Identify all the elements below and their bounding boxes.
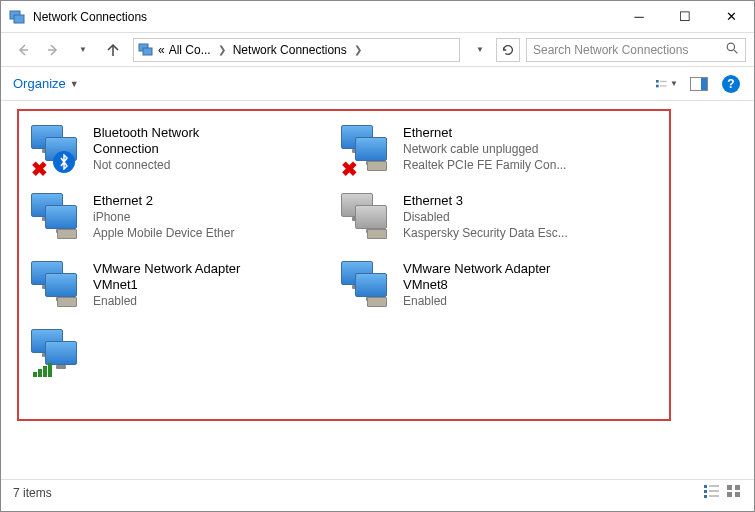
- svg-rect-6: [143, 48, 152, 55]
- network-adapter[interactable]: [27, 325, 337, 393]
- view-options-button[interactable]: ▼: [656, 73, 678, 95]
- svg-rect-10: [656, 84, 659, 87]
- adapter-icon: [31, 261, 87, 317]
- organize-label: Organize: [13, 76, 66, 91]
- details-view-button[interactable]: [704, 484, 720, 501]
- adapter-device: Realtek PCIe FE Family Con...: [403, 157, 643, 173]
- app-icon: [9, 9, 25, 25]
- recent-locations-button[interactable]: ▼: [69, 36, 97, 64]
- svg-rect-1: [14, 15, 24, 23]
- arrow-left-icon: [15, 42, 31, 58]
- adapter-text: Ethernet 2iPhoneApple Mobile Device Ethe…: [87, 193, 333, 253]
- adapter-text: Bluetooth NetworkConnectionNot connected: [87, 125, 333, 185]
- wifi-signal-icon: [33, 363, 52, 377]
- address-dropdown-button[interactable]: ▼: [466, 36, 494, 64]
- adapter-status: Disabled: [403, 209, 643, 225]
- network-adapter[interactable]: Ethernet 2iPhoneApple Mobile Device Ethe…: [27, 189, 337, 257]
- back-button[interactable]: [9, 36, 37, 64]
- preview-pane-icon: [690, 77, 708, 91]
- adapter-status: Enabled: [93, 293, 333, 309]
- svg-point-7: [727, 43, 734, 50]
- adapter-text: VMware Network AdapterVMnet8Enabled: [397, 261, 643, 321]
- adapter-text: VMware Network AdapterVMnet1Enabled: [87, 261, 333, 321]
- maximize-button[interactable]: ☐: [662, 1, 708, 33]
- adapter-text: EthernetNetwork cable unpluggedRealtek P…: [397, 125, 643, 185]
- address-bar[interactable]: « All Co... ❯ Network Connections ❯: [133, 38, 460, 62]
- large-icons-icon: [726, 484, 742, 498]
- toolbar: Organize ▼ ▼ ?: [1, 67, 754, 101]
- status-bar: 7 items: [1, 479, 754, 505]
- title-bar: Network Connections ─ ☐ ✕: [1, 1, 754, 33]
- nav-bar: ▼ « All Co... ❯ Network Connections ❯ ▼ …: [1, 33, 754, 67]
- svg-rect-17: [704, 495, 707, 498]
- search-icon: [726, 42, 739, 58]
- help-button[interactable]: ?: [720, 73, 742, 95]
- network-adapter[interactable]: Ethernet 3DisabledKaspersky Security Dat…: [337, 189, 647, 257]
- chevron-down-icon: ▼: [70, 79, 79, 89]
- adapter-name: VMware Network Adapter: [93, 261, 333, 277]
- adapter-status: Enabled: [403, 293, 643, 309]
- adapter-status: Not connected: [93, 157, 333, 173]
- refresh-button[interactable]: [496, 38, 520, 62]
- search-placeholder: Search Network Connections: [533, 43, 688, 57]
- up-button[interactable]: [99, 36, 127, 64]
- adapter-icon: ✖: [341, 125, 397, 181]
- details-view-icon: [704, 484, 720, 498]
- network-adapter[interactable]: ✖Bluetooth NetworkConnectionNot connecte…: [27, 121, 337, 189]
- organize-button[interactable]: Organize ▼: [13, 76, 79, 91]
- error-x-icon: ✖: [341, 157, 359, 175]
- svg-rect-22: [735, 492, 740, 497]
- adapter-name: Ethernet: [403, 125, 643, 141]
- adapter-text: [87, 329, 333, 389]
- adapter-name: Ethernet 2: [93, 193, 333, 209]
- chevron-right-icon[interactable]: ❯: [215, 44, 229, 55]
- adapter-name: Bluetooth Network: [93, 125, 333, 141]
- adapter-icon: ✖: [31, 125, 87, 181]
- help-icon: ?: [722, 75, 740, 93]
- adapter-name-line2: VMnet8: [403, 277, 643, 293]
- svg-rect-13: [704, 485, 707, 488]
- window-title: Network Connections: [33, 10, 616, 24]
- view-icon: [656, 77, 668, 91]
- adapter-status: iPhone: [93, 209, 333, 225]
- forward-button[interactable]: [39, 36, 67, 64]
- network-adapter[interactable]: VMware Network AdapterVMnet1Enabled: [27, 257, 337, 325]
- adapter-device: Apple Mobile Device Ether: [93, 225, 333, 241]
- large-icons-view-button[interactable]: [726, 484, 742, 501]
- preview-pane-button[interactable]: [688, 73, 710, 95]
- adapter-icon: [341, 193, 397, 249]
- network-adapter[interactable]: VMware Network AdapterVMnet8Enabled: [337, 257, 647, 325]
- chevron-down-icon: ▼: [670, 79, 678, 88]
- arrow-right-icon: [45, 42, 61, 58]
- adapter-name: VMware Network Adapter: [403, 261, 643, 277]
- adapter-name: Ethernet 3: [403, 193, 643, 209]
- adapter-text: Ethernet 3DisabledKaspersky Security Dat…: [397, 193, 643, 253]
- svg-rect-21: [727, 492, 732, 497]
- adapter-list: ✖Bluetooth NetworkConnectionNot connecte…: [17, 109, 671, 421]
- adapter-name-line2: Connection: [93, 141, 333, 157]
- network-adapter[interactable]: ✖EthernetNetwork cable unpluggedRealtek …: [337, 121, 647, 189]
- adapter-icon: [31, 329, 87, 385]
- item-count: 7 items: [13, 486, 52, 500]
- chevron-right-icon[interactable]: ❯: [351, 44, 365, 55]
- svg-rect-20: [735, 485, 740, 490]
- close-button[interactable]: ✕: [708, 1, 754, 33]
- svg-line-8: [734, 50, 737, 53]
- content-area: ✖Bluetooth NetworkConnectionNot connecte…: [1, 101, 754, 479]
- svg-rect-9: [656, 79, 659, 82]
- adapter-status: Network cable unplugged: [403, 141, 643, 157]
- arrow-up-icon: [105, 42, 121, 58]
- adapter-icon: [341, 261, 397, 317]
- svg-rect-15: [704, 490, 707, 493]
- control-panel-icon: [138, 42, 154, 58]
- bluetooth-icon: [53, 151, 75, 173]
- adapter-device: Kaspersky Security Data Esc...: [403, 225, 643, 241]
- breadcrumb-item[interactable]: All Co...: [169, 43, 211, 57]
- error-x-icon: ✖: [31, 157, 49, 175]
- breadcrumb-item[interactable]: Network Connections: [233, 43, 347, 57]
- svg-rect-19: [727, 485, 732, 490]
- adapter-name-line2: VMnet1: [93, 277, 333, 293]
- breadcrumb-cue[interactable]: «: [158, 43, 165, 57]
- minimize-button[interactable]: ─: [616, 1, 662, 33]
- search-input[interactable]: Search Network Connections: [526, 38, 746, 62]
